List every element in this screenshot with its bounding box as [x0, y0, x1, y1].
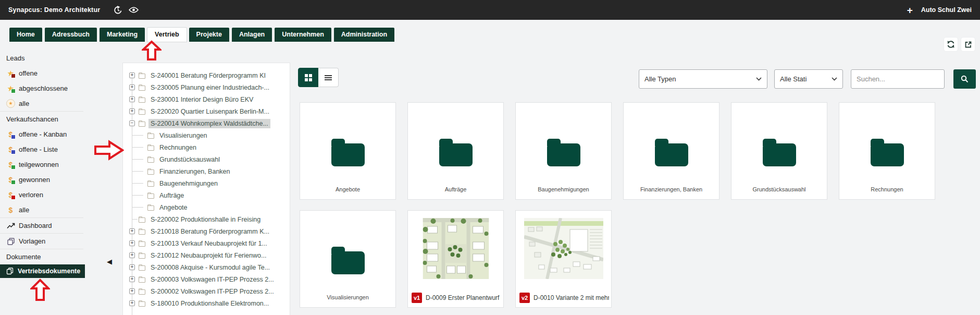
nav-tab[interactable]: Home [9, 28, 42, 42]
folder-tile-label: Angebote [302, 186, 393, 192]
tree-item[interactable]: S-210013 Verkauf Neubauprojekt für 1... [129, 237, 288, 249]
tree-expander-icon[interactable] [129, 264, 135, 270]
search-input[interactable] [851, 69, 945, 89]
sidebar-item-offene-kanban[interactable]: $ offene - Kanban [0, 127, 89, 142]
tree-item[interactable]: Grundstücksauswahl [129, 153, 288, 165]
tree-item[interactable]: Baugenehmigungen [129, 177, 288, 189]
sidebar-item-leads-alle[interactable]: ★ alle [0, 96, 89, 111]
tree-item[interactable]: S-210018 Beratung Förderprogramm K... [129, 225, 288, 237]
sidebar-section-leads: Leads [0, 51, 89, 66]
tree-item-label: S-200002 Volkswagen IT-PEP Prozess 2... [148, 287, 276, 296]
status-filter-select[interactable]: Alle Stati [774, 69, 843, 89]
folder-tile[interactable]: Finanzierungen, Banken [623, 102, 720, 200]
tree-item[interactable]: Visualisierungen [129, 129, 288, 141]
nav-tab[interactable]: Unternehmen [275, 28, 331, 42]
tree-item[interactable]: S-210012 Neubauprojekt für Ferienwo... [129, 249, 288, 261]
nav-tab[interactable]: Administration [334, 28, 394, 42]
tree-item[interactable]: S-240001 Beratung Förderprogramm KI [129, 69, 288, 81]
folder-icon [147, 146, 154, 151]
chevron-down-icon [832, 77, 837, 81]
plus-icon[interactable]: + [907, 5, 913, 15]
tree-item[interactable]: Angebote [129, 201, 288, 213]
chevron-down-icon [756, 77, 762, 81]
tree-expander-icon[interactable] [129, 276, 135, 282]
eye-icon[interactable] [129, 7, 139, 13]
refresh-icon[interactable] [944, 38, 958, 51]
tree-item[interactable]: S-200008 Akquise - Kursmodul agile Te... [129, 261, 288, 273]
sidebar-item-leads-offene[interactable]: ★ offene [0, 66, 89, 81]
tree-expander-icon[interactable] [129, 120, 135, 126]
tree-item[interactable]: Rechnungen [129, 141, 288, 153]
grid-view-button[interactable] [298, 68, 318, 87]
folder-tile[interactable]: Grundstücksauswahl [731, 102, 827, 200]
folder-icon [139, 98, 145, 103]
tree-expander-icon[interactable] [129, 240, 135, 246]
document-tile[interactable]: v1 D-0009 Erster Planentwurf (... [407, 210, 504, 308]
tree-expander-icon[interactable] [129, 84, 135, 90]
search-icon [961, 75, 969, 83]
tree-item-label: S-210018 Beratung Förderprogramm K... [148, 227, 271, 236]
collapse-panel-icon[interactable]: ◀ [107, 258, 112, 265]
current-user[interactable]: Auto Schul Zwei [921, 6, 972, 14]
sidebar-item-teilgewonnen[interactable]: $ teilgewonnen [0, 157, 89, 172]
folder-tile[interactable]: Baugenehmigungen [515, 102, 612, 200]
sidebar-item-leads-abgeschlossene[interactable]: ★ abgeschlossene [0, 81, 89, 96]
folder-tile[interactable]: Aufträge [407, 102, 504, 200]
sidebar-item-verloren[interactable]: $ verloren [0, 187, 89, 202]
tree-expander-icon[interactable] [129, 228, 135, 234]
tree-item-label: S-180010 Produktionshalle Elektromon... [148, 299, 271, 308]
tree-expander-icon[interactable] [129, 300, 135, 306]
sidebar-item-vorlagen[interactable]: Vorlagen [0, 234, 89, 249]
tree-item-label: S-240001 Beratung Förderprogramm KI [148, 71, 268, 80]
sidebar-item-chancen-alle[interactable]: $ alle [0, 202, 89, 217]
tree-item[interactable]: S-230001 Interior Design Büro EKV [129, 93, 288, 105]
folder-icon [147, 169, 154, 175]
folder-tile[interactable]: Angebote [300, 102, 396, 200]
dollar-icon: $ [6, 160, 15, 169]
tree-item-label: S-220002 Produktionshalle in Freising [148, 215, 263, 224]
tree-item[interactable]: S-180010 Produktionshalle Elektromon... [129, 297, 288, 309]
tree-item-label: S-210013 Verkauf Neubauprojekt für 1... [148, 239, 269, 248]
folder-icon [331, 251, 365, 274]
tree-item-label: S-220014 Wohnkomplex Waldstädtche... [148, 119, 270, 128]
nav-tab[interactable]: Vertrieb [147, 28, 187, 42]
folder-icon [147, 134, 154, 139]
tree-expander-icon[interactable] [129, 252, 135, 258]
folder-tile[interactable]: Visualisierungen [300, 210, 396, 308]
tree-item[interactable]: S-230005 Planung einer Industriedach-... [129, 81, 288, 93]
nav-tab[interactable]: Marketing [100, 28, 145, 42]
type-filter-select[interactable]: Alle Typen [639, 69, 767, 89]
folder-tile[interactable]: Rechnungen [839, 102, 935, 200]
sidebar-item-dashboard[interactable]: Dashboard [0, 218, 89, 233]
sidebar-item-gewonnen[interactable]: $ gewonnen [0, 172, 89, 187]
tree-item[interactable]: S-220014 Wohnkomplex Waldstädtche... [129, 117, 288, 129]
history-icon[interactable] [114, 6, 122, 14]
tree-expander-icon[interactable] [129, 72, 135, 78]
tree-expander-icon[interactable] [129, 288, 135, 294]
project-tree: S-240001 Beratung Förderprogramm KI S-23… [129, 69, 288, 309]
tree-item[interactable]: S-220002 Produktionshalle in Freising [129, 213, 288, 225]
sidebar-item-offene-liste[interactable]: $ offene - Liste [0, 142, 89, 157]
sidebar-item-vertriebsdokumente[interactable]: Vertriebsdokumente [0, 264, 85, 278]
document-tile[interactable]: v2 D-0010 Variante 2 mit mehr... [515, 210, 612, 308]
tree-item-label: S-200003 Volkswagen IT-PEP Prozess 2... [148, 275, 276, 284]
nav-tab[interactable]: Anlagen [232, 28, 272, 42]
tree-item[interactable]: Aufträge [129, 189, 288, 201]
folder-icon [139, 217, 145, 223]
tree-item[interactable]: S-220020 Quartier Luisenpark Berlin-M... [129, 105, 288, 117]
tree-item-label: Finanzierungen, Banken [157, 167, 232, 176]
tree-item[interactable]: S-200003 Volkswagen IT-PEP Prozess 2... [129, 273, 288, 285]
site-plan-thumbnail [423, 218, 489, 279]
tree-item[interactable]: Finanzierungen, Banken [129, 165, 288, 177]
search-button[interactable] [953, 69, 976, 89]
tree-expander-icon[interactable] [129, 96, 135, 102]
star-icon: ★ [6, 69, 15, 78]
tree-item-label: Baugenehmigungen [157, 179, 220, 188]
tree-expander-icon[interactable] [129, 108, 135, 114]
tree-item[interactable]: S-200002 Volkswagen IT-PEP Prozess 2... [129, 285, 288, 297]
nav-tab[interactable]: Projekte [189, 28, 229, 42]
nav-tab[interactable]: Adressbuch [45, 28, 97, 42]
open-external-icon[interactable] [961, 38, 975, 51]
list-view-button[interactable] [318, 68, 339, 87]
folder-tile-label: Finanzierungen, Banken [626, 186, 717, 192]
